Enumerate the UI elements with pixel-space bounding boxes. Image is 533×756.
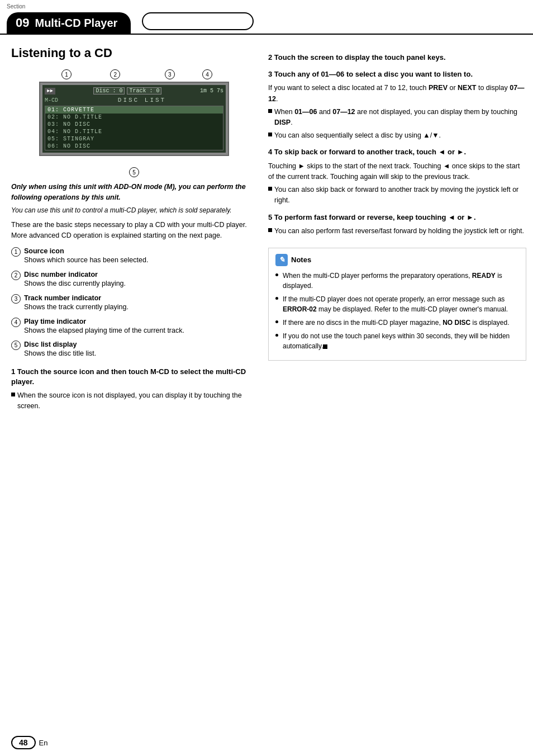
cd-disc-field: Disc : 0 [93,87,125,94]
numbered-item-2: 2 Disc number indicator Shows the disc c… [11,270,257,289]
numbered-item-content-5: Disc list display Shows the disc title l… [24,340,96,359]
header-right [131,2,526,34]
callout-4: 4 [202,69,212,79]
cd-time-field: 1m 5 7s [200,88,223,94]
step-5-bullet-text: You can also perform fast reverse/fast f… [274,226,524,237]
item-1-title: Source icon [24,247,64,255]
header: 09 Multi-CD Player [0,0,533,35]
cd-list-item: 03: NO DISC [45,121,223,128]
note-3-text: If there are no discs in the multi-CD pl… [283,318,510,328]
callout-1: 1 [61,69,72,79]
bullet-icon [268,228,272,232]
cd-list-item: 01: CORVETTE [45,106,223,114]
intro-body: These are the basic steps necessary to p… [11,220,257,242]
bullet-icon [268,187,272,191]
cd-list: 01: CORVETTE 02: NO D.TITLE 03: NO DISC … [45,106,223,150]
dot-icon [275,320,278,323]
section-label: Section [7,3,25,10]
step-3-bullet-2: You can also sequentially select a disc … [268,130,526,141]
footer: 48 En [11,736,47,749]
numbered-item-4: 4 Play time indicator Shows the elapsed … [11,317,257,336]
dot-icon [275,273,278,276]
step-1-section: 1 Touch the source icon and then touch M… [11,367,257,412]
item-4-title: Play time indicator [24,318,86,325]
note-4-text: If you do not use the touch panel keys w… [283,331,519,351]
callout-bottom-row: 5 [39,167,229,177]
notes-title: Notes [291,256,311,264]
step-3-body1: If you want to select a disc located at … [268,83,526,105]
note-item-3: If there are no discs in the multi-CD pl… [275,318,519,328]
cd-list-item: 06: NO DISC [45,143,223,150]
dot-icon [275,334,278,337]
item-4-body: Shows the elapsed playing time of the cu… [24,327,184,334]
header-title: Multi-CD Player [35,17,117,30]
section-number: 09 [16,16,29,30]
step-4-heading: 4 To skip back or forward to another tra… [268,147,526,157]
step-5-bullet: You can also perform fast reverse/fast f… [268,226,526,237]
note-1-text: When the multi-CD player performs the pr… [283,271,519,291]
cd-screen: ►► Disc : 0 Track : 0 1m 5 7s M-CD DISC … [39,82,229,156]
callout-3: 3 [165,69,175,79]
right-column: 2 Touch the screen to display the touch … [268,46,526,414]
bullet-icon [11,393,15,396]
numbered-item-3: 3 Track number indicator Shows the track… [11,294,257,313]
note-item-2: If the multi-CD player does not operate … [275,294,519,314]
header-box [142,12,254,30]
header-left: 09 Multi-CD Player [7,12,131,34]
page-number: 48 [11,736,36,749]
numbered-item-content-1: Source icon Shows which source has been … [24,247,148,266]
left-column: Listening to a CD 1 2 3 4 ►► Disc : 0 [11,46,257,414]
stop-icon [323,344,327,349]
notes-header: ✎ Notes [275,254,519,266]
item-2-title: Disc number indicator [24,271,98,278]
cd-list-item: 04: NO D.TITLE [45,128,223,135]
step-3-bullet-2-text: You can also sequentially select a disc … [274,130,441,141]
num-circle-2: 2 [11,271,21,280]
note-item-4: If you do not use the touch panel keys w… [275,331,519,351]
notes-icon: ✎ [275,254,288,266]
cd-disc-track: Disc : 0 Track : 0 [93,87,161,94]
step-1-heading: 1 Touch the source icon and then touch M… [11,367,257,387]
cd-screen-inner: ►► Disc : 0 Track : 0 1m 5 7s M-CD DISC … [42,85,226,153]
dot-icon [275,297,278,300]
cd-source-icon: ►► [45,88,55,94]
cd-mode-label: M-CD [45,97,58,103]
num-circle-3: 3 [11,294,21,304]
cd-list-item: 05: STINGRAY [45,135,223,143]
num-circle-4: 4 [11,318,21,327]
callout-5: 5 [129,167,139,177]
item-5-title: Disc list display [24,341,77,348]
step-4-body1: Touching ► skips to the start of the nex… [268,161,526,183]
step-5-heading: 5 To perform fast forward or reverse, ke… [268,212,526,223]
main-content: Listening to a CD 1 2 3 4 ►► Disc : 0 [0,35,533,425]
step-3-bullet-1: When 01—06 and 07—12 are not displayed, … [268,107,526,128]
num-circle-5: 5 [11,341,21,350]
numbered-item-5: 5 Disc list display Shows the disc title… [11,340,257,359]
step-1-bullet: When the source icon is not displayed, y… [11,390,257,412]
item-5-body: Shows the disc title list. [24,349,96,357]
numbered-item-content-3: Track number indicator Shows the track c… [24,294,129,313]
callout-2: 2 [110,69,120,79]
intro-bold-italic: Only when using this unit with ADD-ON mo… [11,182,257,203]
numbered-item-content-2: Disc number indicator Shows the disc cur… [24,270,126,289]
numbered-item-1: 1 Source icon Shows which source has bee… [11,247,257,266]
step-2-heading: 2 Touch the screen to display the touch … [268,53,526,63]
intro-italic: You can use this unit to control a multi… [11,206,257,214]
language-label: En [39,739,48,747]
cd-list-header: DISC LIST [60,97,223,103]
step-3-bullet-1-text: When 01—06 and 07—12 are not displayed, … [274,107,526,128]
step-4-bullet: You can also skip back or forward to ano… [268,185,526,206]
item-3-body: Shows the track currently playing. [24,303,129,311]
numbered-item-content-4: Play time indicator Shows the elapsed pl… [24,317,184,336]
note-item-1: When the multi-CD player performs the pr… [275,271,519,291]
note-2-text: If the multi-CD player does not operate … [283,294,519,314]
item-1-body: Shows which source has been selected. [24,256,148,264]
cd-top-bar: ►► Disc : 0 Track : 0 1m 5 7s [45,87,223,94]
num-circle-1: 1 [11,247,21,257]
item-3-title: Track number indicator [24,294,101,302]
cd-track-field: Track : 0 [127,87,161,94]
cd-list-item: 02: NO D.TITLE [45,114,223,121]
step-3-heading: 3 Touch any of 01—06 to select a disc yo… [268,69,526,79]
page-section-title: Listening to a CD [11,46,257,60]
bullet-icon [268,133,272,136]
